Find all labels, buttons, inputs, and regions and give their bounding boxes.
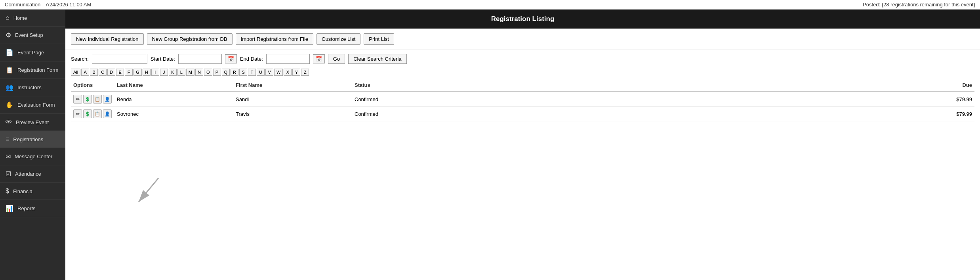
- alpha-btn-e[interactable]: E: [116, 69, 124, 76]
- alpha-btn-c[interactable]: C: [99, 69, 107, 76]
- alpha-btn-all[interactable]: All: [71, 69, 80, 76]
- col-header-last-name: Last Name: [114, 79, 233, 92]
- table-row: ✏ 💲 📋 👤 Sovronec Travis Confirmed $79.99: [71, 107, 974, 121]
- alpha-btn-r[interactable]: R: [231, 69, 238, 76]
- alpha-btn-v[interactable]: V: [265, 69, 273, 76]
- sidebar-label-preview-event: Preview Event: [16, 119, 49, 125]
- sidebar-item-instructors[interactable]: 👥Instructors: [0, 79, 65, 96]
- sidebar-item-evaluation-form[interactable]: ✋Evaluation Form: [0, 96, 65, 114]
- col-header-status: Status: [352, 79, 431, 92]
- sidebar-item-financial[interactable]: $Financial: [0, 183, 65, 200]
- alpha-btn-i[interactable]: I: [151, 69, 159, 76]
- go-button[interactable]: Go: [328, 54, 345, 64]
- sidebar-item-message-center[interactable]: ✉Message Center: [0, 148, 65, 165]
- alpha-btn-w[interactable]: W: [274, 69, 283, 76]
- alpha-btn-t[interactable]: T: [248, 69, 256, 76]
- sidebar-label-financial: Financial: [13, 188, 34, 194]
- clear-search-button[interactable]: Clear Search Criteria: [348, 54, 406, 64]
- alpha-btn-d[interactable]: D: [107, 69, 115, 76]
- registrations-table: Options Last Name First Name Status Due …: [71, 79, 974, 121]
- sidebar-item-event-page[interactable]: 📄Event Page: [0, 44, 65, 61]
- alpha-btn-q[interactable]: Q: [222, 69, 230, 76]
- sidebar-item-registration-form[interactable]: 📋Registration Form: [0, 61, 65, 79]
- start-date-calendar-icon[interactable]: 📅: [225, 54, 237, 63]
- alpha-btn-m[interactable]: M: [186, 69, 194, 76]
- reports-icon: 📊: [6, 205, 13, 212]
- alpha-btn-y[interactable]: Y: [292, 69, 300, 76]
- sidebar-label-reports: Reports: [17, 205, 36, 211]
- alpha-btn-j[interactable]: J: [160, 69, 168, 76]
- edit-icon-1[interactable]: ✏: [73, 109, 82, 118]
- user-icon-0[interactable]: 👤: [103, 95, 112, 104]
- alpha-btn-z[interactable]: Z: [301, 69, 309, 76]
- financial-icon: $: [6, 188, 9, 195]
- status-0: Confirmed: [352, 92, 431, 107]
- alpha-btn-a[interactable]: A: [81, 69, 89, 76]
- first-name-1: Travis: [233, 107, 352, 121]
- row-options-1: ✏ 💲 📋 👤: [71, 107, 114, 121]
- app-title: Communication - 7/24/2026 11:00 AM: [5, 2, 91, 8]
- event-page-icon: 📄: [6, 49, 13, 56]
- sidebar-label-home: Home: [13, 15, 27, 21]
- main-content: Registration Listing New Individual Regi…: [65, 10, 980, 280]
- new-individual-button[interactable]: New Individual Registration: [71, 33, 144, 45]
- new-group-button[interactable]: New Group Registration from DB: [147, 33, 233, 45]
- col-header-options: Options: [71, 79, 114, 92]
- first-name-0: Sandi: [233, 92, 352, 107]
- preview-event-icon: 👁: [6, 119, 12, 126]
- due-0: $79.99: [431, 92, 974, 107]
- instructors-icon: 👥: [6, 84, 13, 91]
- sidebar-item-reports[interactable]: 📊Reports: [0, 200, 65, 217]
- home-icon: ⌂: [6, 14, 10, 21]
- toolbar: New Individual RegistrationNew Group Reg…: [65, 29, 980, 50]
- end-date-calendar-icon[interactable]: 📅: [313, 54, 325, 63]
- alpha-btn-u[interactable]: U: [257, 69, 265, 76]
- start-date-input[interactable]: [178, 54, 222, 64]
- alpha-filter: AllABCDEFGHIJKLMNOPQRSTUVWXYZ: [65, 68, 980, 79]
- sidebar-label-evaluation-form: Evaluation Form: [17, 102, 55, 108]
- customize-button[interactable]: Customize List: [316, 33, 360, 45]
- alpha-btn-f[interactable]: F: [125, 69, 133, 76]
- sidebar-item-preview-event[interactable]: 👁Preview Event: [0, 114, 65, 131]
- alpha-btn-b[interactable]: B: [90, 69, 98, 76]
- copy-icon-1[interactable]: 📋: [93, 109, 102, 118]
- end-date-input[interactable]: [266, 54, 310, 64]
- payment-icon-0[interactable]: 💲: [83, 95, 92, 104]
- sidebar-item-event-setup[interactable]: ⚙Event Setup: [0, 27, 65, 44]
- col-header-first-name: First Name: [233, 79, 352, 92]
- sidebar-item-attendance[interactable]: ☑Attendance: [0, 165, 65, 183]
- message-center-icon: ✉: [6, 153, 11, 160]
- registrations-icon: ≡: [6, 136, 9, 143]
- annotation-arrow: [135, 174, 166, 210]
- user-icon-1[interactable]: 👤: [103, 109, 112, 118]
- sidebar-label-registration-form: Registration Form: [17, 67, 58, 73]
- table-row: ✏ 💲 📋 👤 Benda Sandi Confirmed $79.99: [71, 92, 974, 107]
- alpha-btn-s[interactable]: S: [239, 69, 247, 76]
- alpha-btn-n[interactable]: N: [195, 69, 203, 76]
- alpha-btn-g[interactable]: G: [133, 69, 142, 76]
- search-input[interactable]: [92, 54, 147, 64]
- end-date-label: End Date:: [240, 56, 263, 62]
- start-date-label: Start Date:: [151, 56, 175, 62]
- posted-status: Posted: {28 registrations remaining for …: [863, 2, 975, 8]
- alpha-btn-o[interactable]: O: [204, 69, 212, 76]
- alpha-btn-k[interactable]: K: [169, 69, 177, 76]
- alpha-btn-h[interactable]: H: [143, 69, 151, 76]
- last-name-0: Benda: [114, 92, 233, 107]
- payment-icon-1[interactable]: 💲: [83, 109, 92, 118]
- alpha-btn-x[interactable]: X: [284, 69, 292, 76]
- sidebar-item-registrations[interactable]: ≡Registrations: [0, 131, 65, 148]
- last-name-1: Sovronec: [114, 107, 233, 121]
- alpha-btn-p[interactable]: P: [213, 69, 221, 76]
- sidebar-label-message-center: Message Center: [15, 153, 52, 159]
- sidebar-label-attendance: Attendance: [15, 171, 41, 177]
- print-button[interactable]: Print List: [364, 33, 394, 45]
- import-button[interactable]: Import Registrations from File: [236, 33, 314, 45]
- due-1: $79.99: [431, 107, 974, 121]
- sidebar-label-instructors: Instructors: [17, 84, 42, 90]
- alpha-btn-l[interactable]: L: [177, 69, 185, 76]
- edit-icon-0[interactable]: ✏: [73, 95, 82, 104]
- col-header-due: Due: [431, 79, 974, 92]
- sidebar-item-home[interactable]: ⌂Home: [0, 10, 65, 27]
- copy-icon-0[interactable]: 📋: [93, 95, 102, 104]
